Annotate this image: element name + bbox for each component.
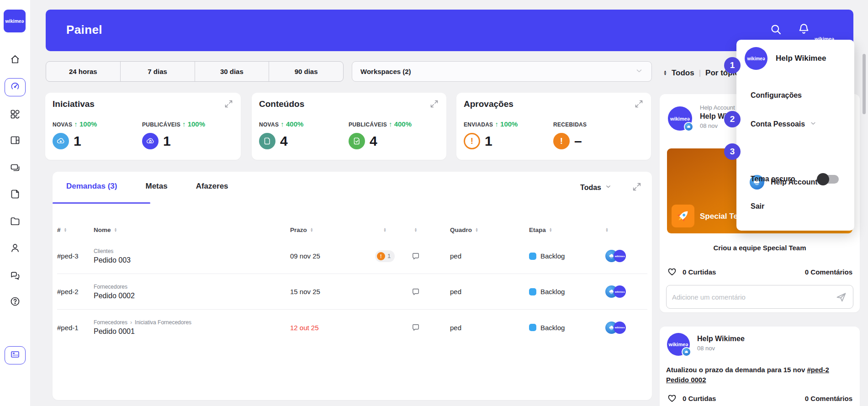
comment-bubble-icon[interactable] bbox=[411, 323, 420, 332]
tab-afazeres[interactable]: Afazeres bbox=[196, 182, 228, 191]
sidebar-item-chat[interactable] bbox=[10, 270, 21, 281]
dark-theme-toggle[interactable] bbox=[818, 175, 839, 184]
avatar-wikimee: wikimeə bbox=[614, 250, 626, 262]
menu-profile[interactable]: wikimeə Help Wikimee bbox=[745, 47, 826, 70]
breadcrumb-part[interactable]: Fornecedores bbox=[94, 319, 127, 326]
breadcrumb: Fornecedores bbox=[94, 284, 290, 290]
comment-bubble-icon[interactable] bbox=[411, 287, 420, 296]
sidebar-item-dashboard[interactable] bbox=[5, 78, 26, 96]
vertical-scrollbar[interactable] bbox=[863, 54, 866, 114]
sidebar-item-boards[interactable] bbox=[10, 135, 21, 146]
sort-icon[interactable]: ▲▼ bbox=[605, 227, 609, 232]
sort-icon[interactable]: ▲▼ bbox=[383, 227, 386, 232]
avatar-text: wikimeə bbox=[670, 116, 690, 121]
expand-icon[interactable] bbox=[632, 182, 642, 192]
sort-icon[interactable]: ▲▼ bbox=[114, 227, 117, 232]
step-badge-2: 2 bbox=[724, 111, 741, 127]
metric-label: PUBLICÁVEIS bbox=[349, 121, 387, 128]
avatar-wikimee[interactable]: wikimeə bbox=[668, 106, 692, 131]
col-name[interactable]: Nome▲▼ bbox=[94, 227, 290, 233]
range-24h-button[interactable]: 24 horas bbox=[46, 62, 121, 81]
feed-sort-all[interactable]: Todos bbox=[672, 69, 694, 78]
comments-cell bbox=[402, 323, 429, 332]
stat-card-conteudos: Conteúdos NOVAS↑ 400% 4 PUBLICÁVEIS↑ 400… bbox=[252, 93, 446, 160]
stat-card-title: Iniciativas bbox=[53, 99, 95, 109]
assignee-avatars[interactable]: wikimeə bbox=[587, 250, 647, 262]
col-due[interactable]: Prazo▲▼ bbox=[290, 227, 368, 233]
sidebar-item-collections[interactable] bbox=[10, 162, 21, 173]
sort-icon[interactable]: ▲▼ bbox=[475, 227, 478, 232]
app-logo[interactable]: wikimeə bbox=[4, 10, 26, 32]
menu-item-logout[interactable]: Sair bbox=[751, 202, 764, 211]
breadcrumb-part[interactable]: Iniciativa Fornecedores bbox=[135, 319, 191, 326]
demand-name-cell[interactable]: Clientes Pedido 003 bbox=[94, 248, 290, 264]
table-row[interactable]: #ped-3 Clientes Pedido 003 09 nov 25 !1 … bbox=[57, 238, 647, 274]
menu-item-label: Conta Pessoais bbox=[751, 120, 805, 128]
sort-icon[interactable]: ▲▼ bbox=[310, 227, 313, 232]
send-icon[interactable] bbox=[835, 291, 847, 303]
col-comments[interactable]: ▲▼ bbox=[402, 227, 429, 232]
heart-icon[interactable] bbox=[667, 393, 677, 403]
expand-icon[interactable] bbox=[224, 99, 233, 109]
comments-count[interactable]: 0 Comentários bbox=[805, 395, 852, 402]
col-alerts[interactable]: ▲▼ bbox=[368, 227, 402, 232]
col-stage[interactable]: Etapa▲▼ bbox=[507, 227, 587, 233]
sidebar-item-console[interactable] bbox=[5, 346, 26, 364]
tab-metas[interactable]: Metas bbox=[145, 182, 167, 191]
sidebar-item-apps[interactable] bbox=[10, 109, 21, 120]
sidebar-item-home[interactable] bbox=[10, 54, 21, 65]
demand-name-cell[interactable]: Fornecedores Pedido 0002 bbox=[94, 284, 290, 300]
sort-icon[interactable]: ▲▼ bbox=[414, 227, 418, 232]
comment-bubble-icon[interactable] bbox=[411, 252, 420, 261]
likes-count[interactable]: 0 Curtidas bbox=[683, 268, 716, 276]
likes-count[interactable]: 0 Curtidas bbox=[683, 395, 716, 402]
metric-value: 4 bbox=[280, 133, 288, 149]
tab-demandas[interactable]: Demandas (3) bbox=[66, 182, 117, 191]
menu-item-settings[interactable]: Configurações bbox=[751, 91, 802, 100]
sidebar-item-folders[interactable] bbox=[10, 216, 21, 227]
table-row[interactable]: #ped-1 Fornecedores›Iniciativa Fornecedo… bbox=[57, 310, 647, 345]
range-7d-button[interactable]: 7 dias bbox=[121, 62, 195, 81]
cloud-add-icon bbox=[53, 133, 69, 149]
workspaces-select[interactable]: Workspaces (2) bbox=[352, 61, 652, 82]
demand-name-cell[interactable]: Fornecedores›Iniciativa Fornecedores Ped… bbox=[94, 319, 290, 336]
col-id[interactable]: #▲▼ bbox=[57, 227, 94, 233]
notifications-button[interactable] bbox=[797, 22, 810, 36]
col-board[interactable]: Quadro▲▼ bbox=[429, 227, 507, 233]
sort-icon[interactable]: ▲▼ bbox=[64, 227, 67, 232]
step-badge-3: 3 bbox=[724, 143, 741, 160]
col-assignees[interactable]: ▲▼ bbox=[587, 227, 647, 232]
search-button[interactable] bbox=[770, 23, 782, 36]
sidebar-item-users[interactable] bbox=[10, 243, 21, 253]
search-icon bbox=[770, 23, 782, 36]
document-check-icon bbox=[349, 133, 365, 149]
metric-recebidas: RECEBIDAS ! – bbox=[553, 120, 587, 149]
table-row[interactable]: #ped-2 Fornecedores Pedido 0002 15 nov 2… bbox=[57, 274, 647, 310]
alert-badge[interactable]: !1 bbox=[375, 250, 395, 262]
demands-filter-select[interactable]: Todas bbox=[580, 183, 612, 192]
sidebar-item-help[interactable] bbox=[10, 296, 21, 307]
menu-item-accounts[interactable]: Conta Pessoais bbox=[751, 120, 817, 129]
sort-updown-icon[interactable]: ▲▼ bbox=[663, 70, 667, 76]
sort-icon[interactable]: ▲▼ bbox=[549, 227, 552, 232]
user-icon bbox=[10, 243, 21, 253]
comments-count[interactable]: 0 Comentários bbox=[805, 268, 852, 276]
post-author[interactable]: Help Wikimee bbox=[697, 335, 745, 343]
stage-label: Backlog bbox=[540, 288, 565, 295]
apps-grid-icon bbox=[10, 109, 21, 120]
assignee-avatars[interactable]: wikimeə bbox=[587, 322, 647, 334]
sidebar-item-documents[interactable] bbox=[10, 189, 21, 200]
range-90d-button[interactable]: 90 dias bbox=[269, 62, 343, 81]
post-social-row: 0 Curtidas 0 Comentários bbox=[667, 393, 852, 403]
trend-up: ↑ 400% bbox=[281, 120, 303, 128]
heart-icon[interactable] bbox=[667, 267, 677, 277]
comment-input[interactable] bbox=[672, 293, 835, 301]
expand-icon[interactable] bbox=[634, 99, 644, 109]
avatar-wikimee[interactable]: wikimeə bbox=[667, 333, 690, 356]
expand-icon[interactable] bbox=[429, 99, 439, 109]
demand-name: Pedido 003 bbox=[94, 256, 290, 264]
board-name: ped bbox=[429, 324, 507, 332]
assignee-avatars[interactable]: wikimeə bbox=[587, 285, 647, 298]
stage-cell: Backlog bbox=[507, 288, 587, 295]
range-30d-button[interactable]: 30 dias bbox=[195, 62, 270, 81]
